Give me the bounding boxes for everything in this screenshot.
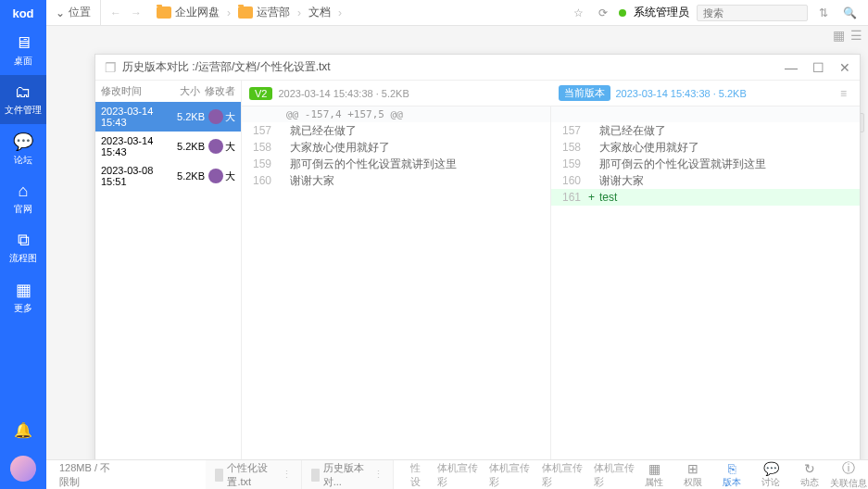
code-line: 160 谢谢大家 [242,172,550,189]
side-icon: ▦ [16,280,31,300]
status-dot [619,9,626,17]
location-label: 位置 [69,5,91,20]
version-row[interactable]: 2023-03-14 15:435.2KB大 [95,132,241,161]
bell-icon[interactable]: 🔔 [5,412,42,448]
col-size: 大小 [169,84,200,98]
sidebar-item-2[interactable]: 💬论坛 [0,124,46,174]
grid-view-icon[interactable]: ▦ [833,28,845,43]
panel-icon: ⎘ [728,461,736,476]
panel-icon: 💬 [763,461,779,476]
avatar [208,169,223,183]
bottom-panel-权限[interactable]: ⊞权限 [673,460,712,489]
col-time: 修改时间 [101,84,169,98]
folder-icon [238,6,253,19]
maximize-icon[interactable]: ☐ [812,60,824,75]
nav-arrows: ← → [101,6,151,19]
sidebar-item-3[interactable]: ⌂官网 [0,174,46,223]
avatar[interactable] [10,456,36,482]
close-icon[interactable]: ✕ [839,60,850,75]
bg-text: 体机宣传彩 [594,461,635,489]
chevron-down-icon: ⌄ [56,6,65,19]
diff-settings-icon[interactable]: ≡ [835,87,852,100]
code-line: 157 就已经在做了 [242,122,550,139]
storage-status: 128MB / 不限制 [46,461,132,489]
diff-head-left: V2 2023-03-14 15:43:38 · 5.2KB [242,81,551,106]
version-row[interactable]: 2023-03-08 15:515.2KB大 [95,161,241,191]
window-icon: ❐ [105,60,117,75]
version-row[interactable]: 2023-03-14 15:435.2KB大 [95,102,241,132]
file-tab[interactable]: 历史版本对...⋮ [302,460,394,489]
side-icon: ⌂ [19,182,29,201]
code-line: 159 那可倒云的个性化设置就讲到这里 [551,156,860,172]
side-label: 官网 [14,203,32,216]
minimize-icon[interactable]: — [785,60,798,75]
filter-icon[interactable]: ⇅ [815,6,832,19]
side-label: 桌面 [14,55,32,68]
bottom-panel-版本[interactable]: ⎘版本 [712,460,751,489]
code-line: 161+test [551,189,860,206]
sidebar-item-4[interactable]: ⧉流程图 [0,223,46,272]
side-icon: 🗂 [15,82,31,102]
search-icon[interactable]: 🔍 [839,6,861,19]
side-icon: 💬 [13,132,33,152]
hunk-header: @@ -157,4 +157,5 @@ [242,107,550,122]
bottom-bar: 128MB / 不限制 个性化设置.txt⋮历史版本对...⋮ 性设体机宣传彩体… [46,459,868,489]
code-line: 158 大家放心使用就好了 [242,139,550,156]
breadcrumb-sep: › [227,6,231,19]
diff-pane-right: 157 就已经在做了158 大家放心使用就好了159 那可倒云的个性化设置就讲到… [550,107,860,481]
sidebar-item-0[interactable]: 🖥桌面 [0,26,46,75]
forward-icon[interactable]: → [131,6,142,19]
hunk-header [551,107,860,122]
panel-icon: ⊞ [687,461,698,476]
sidebar-item-5[interactable]: ▦更多 [0,272,46,322]
breadcrumb-item[interactable]: 企业网盘 [151,3,225,22]
file-tab[interactable]: 个性化设置.txt⋮ [206,460,301,489]
col-user: 修改者 [200,84,235,98]
side-label: 更多 [14,302,32,315]
bottom-panel-关联信息[interactable]: ⓘ关联信息 [829,460,868,489]
history-diff-modal: ❐ 历史版本对比 :/运营部/文档/个性化设置.txt — ☐ ✕ 修改时间 大… [94,54,861,482]
side-label: 文件管理 [5,104,42,117]
modal-title-text: 历史版本对比 :/运营部/文档/个性化设置.txt [122,59,331,75]
tab-menu-icon[interactable]: ⋮ [373,469,384,481]
diff-info: 2023-03-14 15:43:38 · 5.2KB [616,88,747,99]
diff-head-right: 当前版本 2023-03-14 15:43:38 · 5.2KB ≡ [551,81,861,106]
breadcrumb-sep: › [297,6,301,19]
bg-text: 体机宣传彩 [437,461,478,489]
bottom-panel-属性[interactable]: ▦属性 [635,460,673,489]
user-label[interactable]: 系统管理员 [634,5,689,20]
search-input[interactable] [697,5,808,21]
avatar [208,139,223,154]
side-label: 流程图 [9,252,37,265]
code-line: 158 大家放心使用就好了 [551,139,860,156]
breadcrumb-item[interactable]: 文档 [303,3,336,22]
location-button[interactable]: ⌄ 位置 [46,0,101,25]
file-icon [311,469,320,482]
tab-menu-icon[interactable]: ⋮ [282,469,292,481]
code-line: 157 就已经在做了 [551,122,860,139]
modal-titlebar: ❐ 历史版本对比 :/运营部/文档/个性化设置.txt — ☐ ✕ [95,55,860,81]
star-icon[interactable]: ☆ [570,6,587,19]
logo: kod [0,0,46,26]
code-line: 159 那可倒云的个性化设置就讲到这里 [242,156,550,172]
topbar: ⌄ 位置 ← → 企业网盘›运营部›文档› ☆ ⟳ 系统管理员 ⇅ 🔍 [46,0,868,26]
version-badge: V2 [249,87,272,100]
diff-pane-left: @@ -157,4 +157,5 @@ 157 就已经在做了158 大家放心使用… [242,107,550,481]
diff-info: 2023-03-14 15:43:38 · 5.2KB [278,88,409,99]
list-view-icon[interactable]: ☰ [850,28,862,43]
panel-icon: ▦ [648,461,660,476]
bg-text: 体机宣传彩 [542,461,583,489]
bottom-panel-讨论[interactable]: 💬讨论 [751,460,790,489]
refresh-icon[interactable]: ⟳ [595,6,611,19]
folder-icon [157,6,171,19]
back-icon[interactable]: ← [110,6,121,19]
side-label: 论坛 [14,154,32,167]
breadcrumb-item[interactable]: 运营部 [233,3,296,22]
file-icon [215,469,223,482]
bg-text: 性设 [410,461,427,489]
current-badge: 当前版本 [559,85,610,101]
bottom-panel-动态[interactable]: ↻动态 [790,460,829,489]
sidebar-item-1[interactable]: 🗂文件管理 [0,75,46,124]
side-icon: 🖥 [15,33,31,53]
file-tabs: 个性化设置.txt⋮历史版本对...⋮ [206,460,393,489]
